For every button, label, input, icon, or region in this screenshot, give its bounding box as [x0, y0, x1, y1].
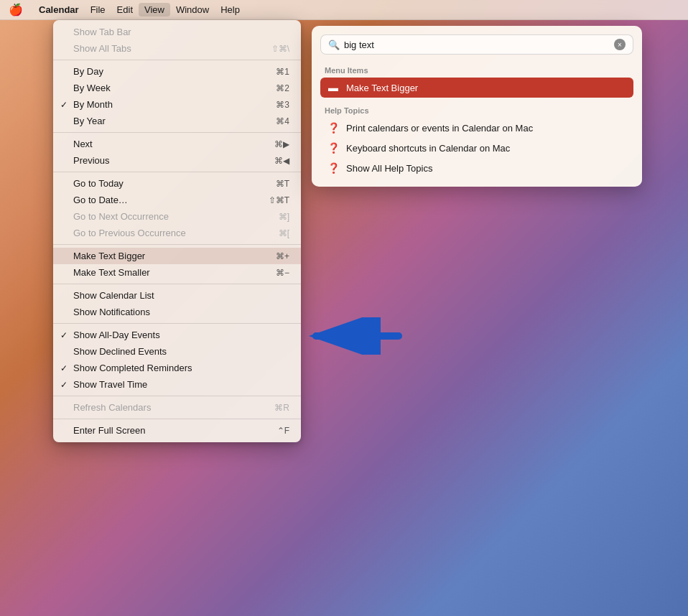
menu-item-shortcut: ⌘▶: [274, 139, 289, 149]
menubar-item-help[interactable]: Help: [215, 3, 246, 17]
menu-item-shortcut: ⌘◀: [274, 156, 289, 166]
menu-item-previous[interactable]: Previous ⌘◀: [53, 152, 301, 169]
menu-item-show-all-day-events[interactable]: ✓ Show All-Day Events: [53, 327, 301, 343]
menu-item-shortcut: ⌘T: [276, 179, 289, 189]
separator: [53, 132, 301, 133]
clear-search-button[interactable]: ×: [614, 39, 626, 50]
menu-item-label: Show Notifications: [73, 307, 150, 317]
menu-item-by-week[interactable]: By Week ⌘2: [53, 80, 301, 96]
menu-item-label: Show All Tabs: [73, 43, 131, 54]
separator: [53, 323, 301, 324]
menu-item-shortcut: ⌘4: [276, 116, 289, 126]
menu-item-label: Go to Next Occurrence: [73, 211, 169, 222]
menu-item-go-to-date[interactable]: Go to Date… ⇧⌘T: [53, 192, 301, 208]
question-mark-icon: ❓: [326, 142, 340, 154]
menu-item-make-text-bigger[interactable]: Make Text Bigger ⌘+: [53, 248, 301, 264]
help-topic-label: Print calendars or events in Calendar on…: [346, 123, 533, 134]
separator: [53, 244, 301, 245]
arrow-svg: [302, 317, 402, 355]
menu-item-show-completed-reminders[interactable]: ✓ Show Completed Reminders: [53, 360, 301, 376]
apple-menu-icon[interactable]: 🍎: [9, 3, 23, 17]
menu-item-label: Make Text Bigger: [73, 251, 145, 261]
menu-item-label: Refresh Calendars: [73, 402, 151, 413]
menu-item-label: Show Completed Reminders: [73, 363, 192, 373]
menu-item-shortcut: ⌘2: [276, 83, 289, 93]
menu-item-by-year[interactable]: By Year ⌘4: [53, 113, 301, 129]
menu-item-shortcut: ⇧⌘T: [269, 195, 289, 205]
menu-item-show-calendar-list[interactable]: Show Calendar List: [53, 287, 301, 304]
menu-item-go-to-today[interactable]: Go to Today ⌘T: [53, 175, 301, 192]
menu-item-label: Show All-Day Events: [73, 330, 160, 340]
menu-item-show-all-tabs[interactable]: Show All Tabs ⇧⌘\: [53, 40, 301, 57]
separator: [53, 419, 301, 419]
help-search-panel: 🔍 × Menu Items ▬ Make Text Bigger Help T…: [312, 26, 642, 187]
menu-item-shortcut: ⌘−: [276, 268, 289, 278]
menu-items-section-label: Menu Items: [320, 65, 633, 78]
menu-item-label: By Year: [73, 116, 106, 126]
question-mark-icon: ❓: [326, 162, 340, 174]
help-search-bar: 🔍 ×: [320, 34, 633, 55]
checkmark-icon: ✓: [60, 380, 68, 390]
menubar-item-edit[interactable]: Edit: [111, 3, 139, 17]
menu-item-refresh-calendars[interactable]: Refresh Calendars ⌘R: [53, 399, 301, 416]
menu-item-show-notifications[interactable]: Show Notifications: [53, 304, 301, 320]
separator: [53, 396, 301, 396]
menubar-item-view[interactable]: View: [139, 3, 170, 17]
help-topic-print-calendars[interactable]: ❓ Print calendars or events in Calendar …: [320, 118, 633, 138]
menu-item-label: Make Text Smaller: [73, 267, 150, 278]
checkmark-icon: ✓: [60, 363, 68, 373]
menu-item-show-tab-bar[interactable]: Show Tab Bar: [53, 24, 301, 40]
menu-item-label: Enter Full Screen: [73, 425, 145, 436]
arrow-pointer: [302, 317, 402, 358]
menu-item-label: Go to Previous Occurrence: [73, 228, 186, 238]
question-mark-icon: ❓: [326, 122, 340, 134]
menu-item-enter-full-screen[interactable]: Enter Full Screen ⌃F: [53, 422, 301, 439]
separator: [53, 284, 301, 284]
separator: [53, 172, 301, 172]
menu-item-label: By Day: [73, 66, 103, 77]
menu-item-label: Go to Today: [73, 178, 124, 189]
menu-item-shortcut: ⌃F: [277, 426, 289, 436]
menu-item-shortcut: ⌘3: [276, 100, 289, 110]
menu-item-shortcut: ⌘[: [279, 228, 289, 238]
menu-item-label: Show Calendar List: [73, 290, 154, 301]
menubar: 🍎 Calendar File Edit View Window Help: [0, 0, 688, 20]
menu-item-label: By Week: [73, 83, 111, 93]
menu-item-label: Go to Date…: [73, 195, 128, 205]
help-topic-show-all-help[interactable]: ❓ Show All Help Topics: [320, 158, 633, 178]
menu-item-by-month[interactable]: ✓ By Month ⌘3: [53, 96, 301, 113]
menubar-item-file[interactable]: File: [85, 3, 111, 17]
menu-item-label: Previous: [73, 155, 110, 166]
menu-item-label: By Month: [73, 99, 113, 110]
menu-item-make-text-smaller[interactable]: Make Text Smaller ⌘−: [53, 264, 301, 281]
menu-item-label: Show Tab Bar: [73, 27, 131, 37]
help-topic-label: Show All Help Topics: [346, 163, 432, 174]
menu-item-shortcut: ⌘+: [276, 251, 289, 261]
menu-item-label: Show Declined Events: [73, 346, 167, 357]
checkmark-icon: ✓: [60, 330, 68, 340]
help-menu-result-make-text-bigger[interactable]: ▬ Make Text Bigger: [320, 78, 633, 98]
menu-item-label: Show Travel Time: [73, 379, 147, 390]
menu-item-shortcut: ⌘R: [274, 403, 289, 413]
help-topic-label: Keyboard shortcuts in Calendar on Mac: [346, 143, 510, 154]
help-menu-result-label: Make Text Bigger: [346, 83, 418, 93]
help-search-input[interactable]: [344, 39, 610, 50]
menu-item-shortcut: ⇧⌘\: [271, 44, 289, 54]
help-topic-keyboard-shortcuts[interactable]: ❓ Keyboard shortcuts in Calendar on Mac: [320, 138, 633, 158]
separator: [53, 60, 301, 60]
menu-item-by-day[interactable]: By Day ⌘1: [53, 63, 301, 80]
view-menu-dropdown: Show Tab Bar Show All Tabs ⇧⌘\ By Day ⌘1…: [53, 20, 301, 442]
menu-item-shortcut: ⌘1: [276, 67, 289, 77]
menubar-item-calendar[interactable]: Calendar: [33, 3, 85, 17]
menu-item-go-to-previous-occurrence[interactable]: Go to Previous Occurrence ⌘[: [53, 225, 301, 241]
menubar-item-window[interactable]: Window: [170, 3, 215, 17]
menu-item-label: Next: [73, 139, 93, 149]
menu-item-show-declined-events[interactable]: Show Declined Events: [53, 343, 301, 360]
menu-item-card-icon: ▬: [326, 82, 340, 93]
menu-item-next[interactable]: Next ⌘▶: [53, 136, 301, 152]
menu-item-go-to-next-occurrence[interactable]: Go to Next Occurrence ⌘]: [53, 208, 301, 225]
search-icon: 🔍: [328, 39, 340, 50]
help-topics-section-label: Help Topics: [320, 105, 633, 118]
menu-item-show-travel-time[interactable]: ✓ Show Travel Time: [53, 376, 301, 393]
menu-item-shortcut: ⌘]: [279, 212, 289, 222]
